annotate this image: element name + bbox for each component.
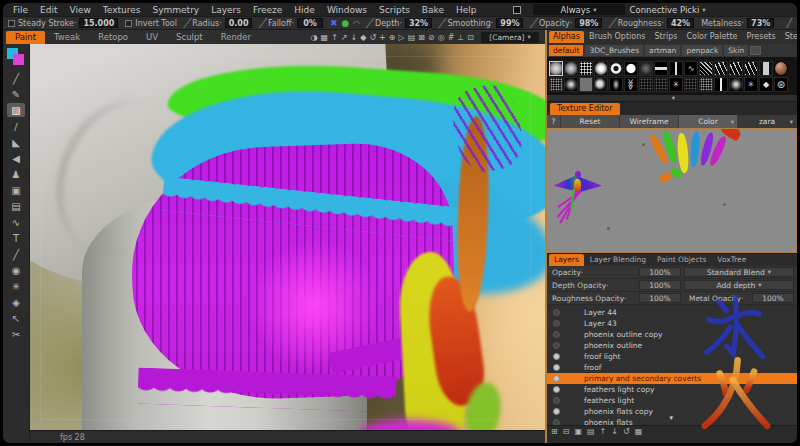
menu-item[interactable]: Bake xyxy=(416,5,450,15)
workspace-tab[interactable]: Render xyxy=(212,31,260,44)
alpha-thumbnail[interactable] xyxy=(729,77,743,92)
workspace-tab[interactable]: Paint xyxy=(6,31,45,44)
alpha-thumbnail[interactable] xyxy=(684,61,698,76)
param-value[interactable]: 99% xyxy=(496,18,523,28)
shade-sphere-icon[interactable]: ◑ xyxy=(311,33,318,42)
grid-icon[interactable]: ▦ xyxy=(321,33,329,42)
menu-item[interactable]: Scripts xyxy=(373,5,416,15)
alpha-thumbnail[interactable] xyxy=(594,77,608,92)
clone-icon[interactable]: ▣ xyxy=(7,183,25,197)
brush-param[interactable]: Smoothing· 99% xyxy=(439,18,523,28)
menu-item[interactable]: Edit xyxy=(34,5,63,15)
checkbox[interactable] xyxy=(513,6,521,14)
panels-icon[interactable]: ▤ xyxy=(408,33,416,42)
depth-opacity-value[interactable]: 100% xyxy=(639,280,681,290)
chevron-down-icon[interactable]: ▾ xyxy=(670,414,674,422)
alpha-thumbnail[interactable] xyxy=(774,77,788,92)
layers-tab[interactable]: VoxTree xyxy=(712,254,751,266)
ortho-icon[interactable]: ⊥ xyxy=(457,33,464,42)
layer-row[interactable]: feathers light xyxy=(547,395,797,406)
scale-icon[interactable]: ↗ xyxy=(341,33,348,42)
brush-param[interactable]: Roughness· 42% xyxy=(609,18,694,28)
menu-item[interactable]: Textures xyxy=(97,5,147,15)
alpha-thumbnail[interactable] xyxy=(639,77,653,92)
reset-button[interactable]: Reset xyxy=(561,115,620,128)
workspace-tab[interactable]: Sculpt xyxy=(167,31,212,44)
layer-row[interactable]: phoenix outline xyxy=(547,340,797,351)
texture-editor-tab[interactable]: Texture Editor xyxy=(550,103,620,115)
panel-tab[interactable]: Strips xyxy=(650,31,681,43)
alpha-thumbnail[interactable] xyxy=(564,77,578,92)
depth-mode-dropdown[interactable]: Add depth▾ xyxy=(684,280,794,290)
layer-visibility-icon[interactable] xyxy=(553,419,560,425)
layer-visibility-icon[interactable] xyxy=(553,364,560,371)
layer-visibility-icon[interactable] xyxy=(553,375,560,382)
param-value[interactable]: 0.00 xyxy=(225,18,253,28)
alpha-thumbnail[interactable] xyxy=(759,61,773,76)
arc-icon[interactable]: ◠ xyxy=(353,19,359,28)
move-layer-up-icon[interactable]: ↑ xyxy=(600,427,607,436)
help-button[interactable]: ? xyxy=(547,115,561,128)
brush-icon[interactable]: ╱ xyxy=(7,71,25,85)
brush-param[interactable]: Depth· 32% xyxy=(367,18,433,28)
symmetry-x-icon[interactable]: ✖ xyxy=(330,18,338,28)
panel-tab[interactable]: Alphas xyxy=(549,31,584,43)
eye-tool-icon[interactable]: ◉ xyxy=(7,263,25,277)
alpha-group-add-icon[interactable] xyxy=(750,46,761,55)
alpha-thumbnail[interactable] xyxy=(699,61,713,76)
brush-param[interactable]: Steady Stroke· 15.000 xyxy=(8,18,118,28)
alpha-thumbnail[interactable] xyxy=(594,61,608,76)
menu-item[interactable]: Freeze xyxy=(247,5,288,15)
diamond-icon[interactable]: ◈ xyxy=(7,295,25,309)
copy-layer-icon[interactable]: ▣ xyxy=(574,427,582,436)
line-icon[interactable]: ╱ xyxy=(7,247,25,261)
text-icon[interactable]: T xyxy=(7,231,25,245)
menu-item[interactable]: Help xyxy=(450,5,483,15)
alpha-thumbnail[interactable] xyxy=(654,77,668,92)
layers-tab[interactable]: Layer Blending xyxy=(585,254,651,266)
layer-visibility-icon[interactable] xyxy=(553,353,560,360)
panel-tab[interactable]: Stencils xyxy=(781,31,797,43)
view-mode-dropdown[interactable]: Color▾ xyxy=(679,115,738,128)
wire-icon[interactable]: # xyxy=(448,33,455,42)
alpha-thumbnail[interactable] xyxy=(774,61,788,76)
fill-icon[interactable]: ◀ xyxy=(7,151,25,165)
alpha-thumbnail[interactable] xyxy=(744,61,758,76)
layer-row[interactable]: primary and secondary coverts xyxy=(547,373,797,384)
smudge-icon[interactable]: ◣ xyxy=(7,135,25,149)
pick-mode-dropdown[interactable]: Connective Picki▾ xyxy=(630,5,706,15)
frame-icon[interactable]: ⊠ xyxy=(418,33,425,42)
menu-item[interactable]: Windows xyxy=(321,5,373,15)
brush-param[interactable]: Invert Tool xyxy=(125,19,177,28)
alpha-thumbnail[interactable] xyxy=(699,77,713,92)
uv-texture-canvas[interactable] xyxy=(547,128,797,253)
move-layer-down-icon[interactable]: ↓ xyxy=(611,427,618,436)
menu-item[interactable]: Hide xyxy=(288,5,321,15)
alpha-group-tab[interactable]: 3DC_Brushes xyxy=(585,45,643,56)
opacity-value[interactable]: 100% xyxy=(639,267,681,277)
alpha-thumbnail[interactable] xyxy=(714,77,728,92)
layer-row[interactable]: phoenix outline copy xyxy=(547,329,797,340)
add-icon[interactable]: + xyxy=(379,33,386,42)
menu-item[interactable]: Symmetry xyxy=(147,5,206,15)
param-value[interactable]: 32% xyxy=(405,18,432,28)
color-sphere-icon[interactable]: ● xyxy=(342,18,350,28)
panel-tab[interactable]: Color Palette xyxy=(682,31,741,43)
layer-visibility-icon[interactable] xyxy=(553,342,560,349)
flower-icon[interactable]: ✳ xyxy=(7,279,25,293)
alpha-thumbnail[interactable] xyxy=(729,61,743,76)
layer-row[interactable]: Layer 44 xyxy=(547,307,797,318)
metal-opacity-value[interactable]: 100% xyxy=(752,293,794,303)
layers-tab[interactable]: Layers xyxy=(549,254,584,266)
param-value[interactable]: 98% xyxy=(575,18,602,28)
alpha-group-tab[interactable]: artman xyxy=(645,45,680,56)
brush-param[interactable]: Opacity· 98% xyxy=(530,18,602,28)
viewport-3d[interactable] xyxy=(30,44,545,430)
target-icon[interactable]: ◎ xyxy=(438,33,445,42)
play-icon[interactable]: ▷ xyxy=(399,33,405,42)
eraser-icon[interactable]: ▨ xyxy=(7,103,25,117)
alpha-thumbnail[interactable] xyxy=(549,61,563,76)
alpha-thumbnail[interactable] xyxy=(669,77,683,92)
folder-icon[interactable]: ▦ xyxy=(635,427,643,436)
roughness-opacity-value[interactable]: 100% xyxy=(639,293,681,303)
